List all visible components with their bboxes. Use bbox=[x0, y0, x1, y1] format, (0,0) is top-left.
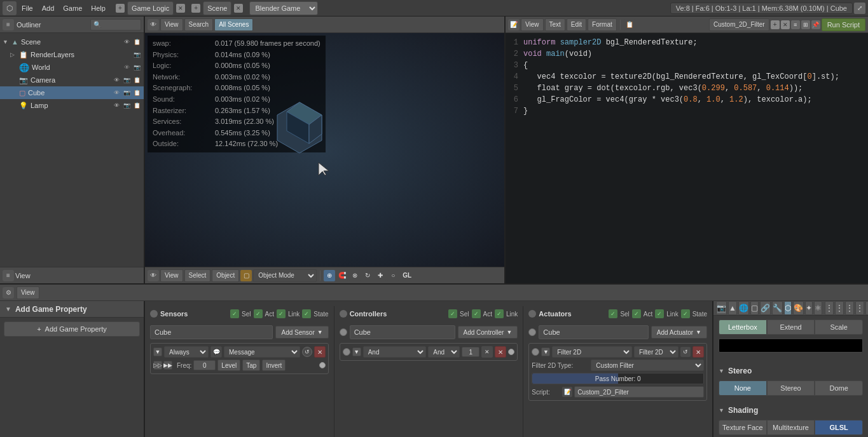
outliner-item-scene[interactable]: ▼ ▲ Scene 👁 📋 bbox=[0, 36, 144, 48]
rp-render-icon[interactable]: 📷 bbox=[716, 301, 727, 315]
game-logic-panel-close[interactable]: ✕ bbox=[176, 4, 185, 13]
ctrl-act-check[interactable]: ✓ bbox=[472, 309, 481, 318]
pass-number-slider[interactable]: Pass Number: 0 bbox=[532, 373, 704, 384]
act-delete-btn[interactable]: ✕ bbox=[692, 346, 704, 358]
filter-tab-scale[interactable]: Scale bbox=[815, 319, 863, 335]
code-icons-3[interactable]: 📌 bbox=[811, 20, 820, 29]
rp-modifier-icon[interactable]: 🔧 bbox=[772, 301, 783, 315]
rp-extra-icon3[interactable]: ⋮ bbox=[845, 301, 854, 315]
rp-object-icon[interactable]: ▢ bbox=[750, 301, 759, 315]
act-expand[interactable]: ▼ bbox=[541, 347, 550, 356]
view-btn2[interactable]: View bbox=[521, 18, 544, 31]
code-icons-1[interactable]: ≡ bbox=[791, 20, 800, 29]
origin-icon[interactable]: ⊕ bbox=[324, 270, 335, 281]
level-btn[interactable]: Level bbox=[217, 360, 240, 371]
outliner-search[interactable]: 🔍 bbox=[90, 19, 141, 30]
code-view-icon[interactable]: 📋 bbox=[624, 19, 635, 30]
engine-select[interactable]: Blender Game Blender Render Cycles Rende… bbox=[249, 1, 318, 15]
add-prop-btn[interactable]: + Add Game Property bbox=[4, 321, 140, 337]
all-scenes-btn[interactable]: All Scenes bbox=[214, 18, 253, 31]
add-sensor-btn[interactable]: Add Sensor ▼ bbox=[275, 326, 328, 339]
manip-icon[interactable]: ✚ bbox=[375, 270, 386, 281]
format-menu-btn[interactable]: Format bbox=[588, 18, 617, 31]
camera-render[interactable]: 📷 bbox=[122, 77, 131, 83]
camera-eye[interactable]: 👁 bbox=[112, 77, 121, 83]
act-type-select1[interactable]: Filter 2D Motion Camera bbox=[552, 346, 632, 358]
world-render[interactable]: 📷 bbox=[132, 64, 141, 71]
sensors-link-check[interactable]: ✓ bbox=[277, 309, 286, 318]
rp-particle-icon[interactable]: ✦ bbox=[805, 301, 813, 315]
rl-img-icon[interactable]: 📷 bbox=[132, 51, 141, 58]
camera-extra[interactable]: 📋 bbox=[132, 77, 141, 83]
cube-extra[interactable]: 📋 bbox=[132, 90, 141, 96]
tap-btn[interactable]: Tap bbox=[242, 360, 260, 371]
edit-menu-btn[interactable]: Edit bbox=[567, 18, 586, 31]
code-panel-plus[interactable]: + bbox=[771, 20, 780, 29]
outliner-item-cube[interactable]: ▢ Cube 👁 📷 📋 bbox=[0, 86, 144, 99]
v2-object[interactable]: Object bbox=[212, 269, 239, 282]
rp-extra-icon5[interactable]: ⋮ bbox=[865, 301, 868, 315]
act-pin-check[interactable]: ✓ bbox=[632, 309, 641, 318]
stereo-tab-dome[interactable]: Dome bbox=[815, 380, 863, 396]
rp-texture-icon[interactable]: 🎨 bbox=[793, 301, 804, 315]
v2-view[interactable]: View bbox=[160, 269, 183, 282]
v2-select[interactable]: Select bbox=[184, 269, 211, 282]
add-act-btn[interactable]: Add Actuator ▼ bbox=[651, 326, 707, 339]
color-swatch[interactable] bbox=[719, 339, 863, 353]
view-label[interactable]: View bbox=[15, 272, 31, 279]
orient-icon[interactable]: ↻ bbox=[362, 270, 373, 281]
scene-panel-add[interactable]: + bbox=[191, 4, 200, 13]
game-menu[interactable]: Game bbox=[59, 1, 86, 15]
run-script-btn[interactable]: Run Script bbox=[822, 18, 865, 31]
filter-tab-letterbox[interactable]: Letterbox bbox=[719, 319, 767, 335]
search-btn[interactable]: Search bbox=[184, 18, 214, 31]
rp-constraint-icon[interactable]: 🔗 bbox=[760, 301, 771, 315]
maximize-btn[interactable]: ⤢ bbox=[854, 3, 865, 14]
outliner-item-world[interactable]: 🌐 World 👁 📷 bbox=[0, 61, 144, 74]
sensor-output-select[interactable]: Message Property bbox=[224, 346, 300, 358]
code-icons-2[interactable]: ⊞ bbox=[801, 20, 810, 29]
stereo-tab-none[interactable]: None bbox=[719, 380, 767, 396]
world-eye[interactable]: 👁 bbox=[122, 64, 131, 71]
script-value[interactable]: Custom_2D_Filter bbox=[574, 386, 704, 398]
rp-material-icon[interactable]: ⬡ bbox=[784, 301, 792, 315]
lamp-eye[interactable]: 👁 bbox=[112, 102, 121, 109]
rp-extra-icon1[interactable]: ⋮ bbox=[825, 301, 834, 315]
outliner-item-renderlayers[interactable]: ▷ 📋 RenderLayers 📷 bbox=[0, 48, 144, 61]
act-refresh[interactable]: ↺ bbox=[680, 347, 691, 357]
cube-eye[interactable]: 👁 bbox=[112, 90, 121, 96]
ctrl-type-select2[interactable]: And bbox=[428, 346, 460, 358]
ctrl-expand[interactable]: ▼ bbox=[352, 347, 361, 356]
script-name-input[interactable]: Custom_2D_Filter bbox=[709, 18, 769, 31]
sensors-sel-check[interactable]: ✓ bbox=[230, 309, 239, 318]
view-btn[interactable]: View bbox=[160, 18, 183, 31]
sensor-msg-icon[interactable]: 💬 bbox=[210, 346, 222, 358]
shading-tab-glsl[interactable]: GLSL bbox=[815, 420, 863, 435]
mode-select[interactable]: Object Mode Edit Mode bbox=[253, 269, 317, 282]
rp-extra-icon4[interactable]: ⋮ bbox=[855, 301, 864, 315]
ctrl-link-check[interactable]: ✓ bbox=[495, 309, 504, 318]
prop-icon[interactable]: ○ bbox=[387, 270, 399, 281]
filter-type-select[interactable]: Custom Filter Sepia Blur bbox=[591, 360, 704, 371]
cube-render[interactable]: 📷 bbox=[122, 90, 131, 96]
sensors-act-check[interactable]: ✓ bbox=[254, 309, 263, 318]
sensor-type-select[interactable]: Always Keyboard Mouse bbox=[164, 346, 209, 358]
shading-tab-multitexture[interactable]: Multitexture bbox=[767, 420, 815, 435]
outliner-item-lamp[interactable]: 💡 Lamp 👁 📷 📋 bbox=[0, 99, 144, 112]
sensor-expand[interactable]: ▼ bbox=[153, 347, 162, 356]
act-sel-check[interactable]: ✓ bbox=[609, 309, 617, 318]
filter-tab-extend[interactable]: Extend bbox=[767, 319, 815, 335]
add-ctrl-btn[interactable]: Add Controller ▼ bbox=[458, 326, 518, 339]
lamp-extra[interactable]: 📋 bbox=[132, 102, 141, 109]
logic-view-btn[interactable]: View bbox=[17, 286, 39, 299]
s-exp2[interactable]: ▶▶ bbox=[163, 361, 172, 370]
lamp-render[interactable]: 📷 bbox=[122, 102, 131, 109]
pivot-icon[interactable]: ⊗ bbox=[349, 270, 361, 281]
viewport-content[interactable]: swap:0.017 (59.980 frames per second) Ph… bbox=[145, 33, 504, 267]
logic-panel-add[interactable]: + bbox=[116, 4, 125, 13]
ctrl-value[interactable]: 1 bbox=[462, 347, 479, 357]
act-state-check[interactable]: ✓ bbox=[681, 309, 690, 318]
sensor-refresh-btn[interactable]: ↺ bbox=[302, 347, 312, 357]
act-type-select2[interactable]: Filter 2D bbox=[634, 346, 679, 358]
code-panel-close[interactable]: ✕ bbox=[781, 20, 790, 29]
